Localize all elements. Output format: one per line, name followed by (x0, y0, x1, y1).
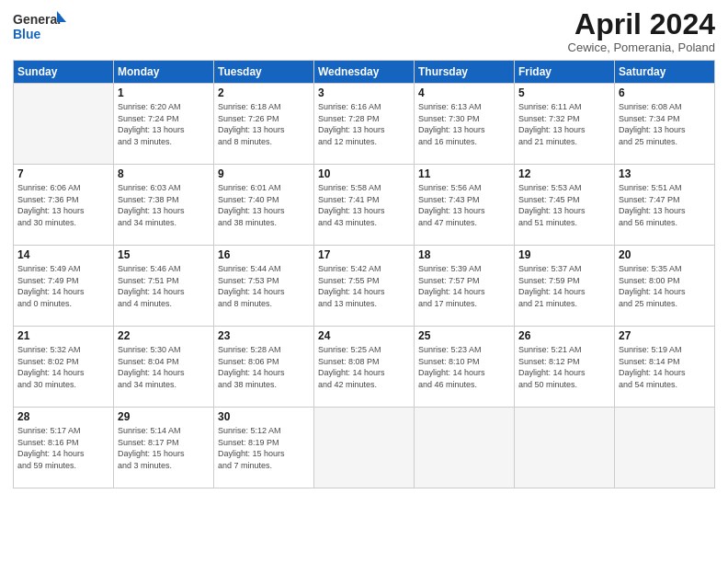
day-detail: Sunrise: 5:42 AM Sunset: 7:55 PM Dayligh… (318, 263, 410, 309)
col-header-tuesday: Tuesday (214, 61, 314, 84)
day-number: 1 (118, 86, 210, 99)
calendar-cell: 5Sunrise: 6:11 AM Sunset: 7:32 PM Daylig… (515, 84, 615, 165)
calendar-cell: 18Sunrise: 5:39 AM Sunset: 7:57 PM Dayli… (415, 246, 515, 327)
day-number: 4 (418, 86, 510, 99)
month-title: April 2024 (568, 9, 715, 39)
day-detail: Sunrise: 6:03 AM Sunset: 7:38 PM Dayligh… (118, 182, 210, 228)
day-detail: Sunrise: 5:21 AM Sunset: 8:12 PM Dayligh… (518, 344, 610, 390)
day-number: 9 (218, 167, 310, 180)
calendar-cell: 10Sunrise: 5:58 AM Sunset: 7:41 PM Dayli… (314, 165, 415, 246)
day-detail: Sunrise: 5:37 AM Sunset: 7:59 PM Dayligh… (518, 263, 610, 309)
calendar-cell: 26Sunrise: 5:21 AM Sunset: 8:12 PM Dayli… (515, 327, 615, 408)
day-detail: Sunrise: 5:19 AM Sunset: 8:14 PM Dayligh… (619, 344, 711, 390)
calendar-cell: 13Sunrise: 5:51 AM Sunset: 7:47 PM Dayli… (615, 165, 715, 246)
day-number: 29 (118, 410, 210, 423)
day-detail: Sunrise: 5:46 AM Sunset: 7:51 PM Dayligh… (118, 263, 210, 309)
day-detail: Sunrise: 6:13 AM Sunset: 7:30 PM Dayligh… (418, 101, 510, 147)
day-detail: Sunrise: 5:32 AM Sunset: 8:02 PM Dayligh… (17, 344, 109, 390)
day-detail: Sunrise: 5:44 AM Sunset: 7:53 PM Dayligh… (218, 263, 310, 309)
title-block: April 2024 Cewice, Pomerania, Poland (568, 9, 715, 54)
day-number: 12 (518, 167, 610, 180)
calendar-cell (314, 408, 415, 488)
calendar-cell: 14Sunrise: 5:49 AM Sunset: 7:49 PM Dayli… (14, 246, 114, 327)
calendar-cell: 2Sunrise: 6:18 AM Sunset: 7:26 PM Daylig… (214, 84, 314, 165)
calendar-cell: 23Sunrise: 5:28 AM Sunset: 8:06 PM Dayli… (214, 327, 314, 408)
day-number: 5 (518, 86, 610, 99)
day-detail: Sunrise: 6:20 AM Sunset: 7:24 PM Dayligh… (118, 101, 210, 147)
col-header-sunday: Sunday (14, 61, 114, 84)
calendar-cell: 6Sunrise: 6:08 AM Sunset: 7:34 PM Daylig… (615, 84, 715, 165)
svg-marker-2 (57, 11, 66, 22)
day-number: 22 (118, 329, 210, 342)
col-header-friday: Friday (515, 61, 615, 84)
day-number: 25 (418, 329, 510, 342)
calendar-cell: 22Sunrise: 5:30 AM Sunset: 8:04 PM Dayli… (114, 327, 214, 408)
calendar-cell: 3Sunrise: 6:16 AM Sunset: 7:28 PM Daylig… (314, 84, 415, 165)
week-row-2: 14Sunrise: 5:49 AM Sunset: 7:49 PM Dayli… (14, 246, 715, 327)
day-detail: Sunrise: 5:51 AM Sunset: 7:47 PM Dayligh… (619, 182, 711, 228)
calendar-cell: 17Sunrise: 5:42 AM Sunset: 7:55 PM Dayli… (314, 246, 415, 327)
day-detail: Sunrise: 5:58 AM Sunset: 7:41 PM Dayligh… (318, 182, 410, 228)
week-row-0: 1Sunrise: 6:20 AM Sunset: 7:24 PM Daylig… (14, 84, 715, 165)
calendar-cell (415, 408, 515, 488)
day-number: 8 (118, 167, 210, 180)
day-detail: Sunrise: 5:39 AM Sunset: 7:57 PM Dayligh… (418, 263, 510, 309)
day-detail: Sunrise: 6:01 AM Sunset: 7:40 PM Dayligh… (218, 182, 310, 228)
calendar-cell (14, 84, 114, 165)
day-number: 2 (218, 86, 310, 99)
svg-text:General: General (13, 12, 61, 27)
day-number: 21 (17, 329, 109, 342)
logo-svg: GeneralBlue (13, 9, 68, 42)
calendar-cell: 9Sunrise: 6:01 AM Sunset: 7:40 PM Daylig… (214, 165, 314, 246)
day-detail: Sunrise: 5:28 AM Sunset: 8:06 PM Dayligh… (218, 344, 310, 390)
calendar-cell: 30Sunrise: 5:12 AM Sunset: 8:19 PM Dayli… (214, 408, 314, 488)
day-detail: Sunrise: 6:18 AM Sunset: 7:26 PM Dayligh… (218, 101, 310, 147)
day-number: 24 (318, 329, 410, 342)
col-header-saturday: Saturday (615, 61, 715, 84)
calendar-cell: 21Sunrise: 5:32 AM Sunset: 8:02 PM Dayli… (14, 327, 114, 408)
col-header-thursday: Thursday (415, 61, 515, 84)
day-number: 30 (218, 410, 310, 423)
day-detail: Sunrise: 5:23 AM Sunset: 8:10 PM Dayligh… (418, 344, 510, 390)
header: GeneralBlue April 2024 Cewice, Pomerania… (13, 9, 715, 54)
day-number: 18 (418, 248, 510, 261)
page: GeneralBlue April 2024 Cewice, Pomerania… (0, 0, 728, 563)
calendar-cell: 16Sunrise: 5:44 AM Sunset: 7:53 PM Dayli… (214, 246, 314, 327)
calendar-cell: 1Sunrise: 6:20 AM Sunset: 7:24 PM Daylig… (114, 84, 214, 165)
location-subtitle: Cewice, Pomerania, Poland (568, 40, 715, 54)
day-number: 27 (619, 329, 711, 342)
calendar-cell: 7Sunrise: 6:06 AM Sunset: 7:36 PM Daylig… (14, 165, 114, 246)
day-detail: Sunrise: 5:56 AM Sunset: 7:43 PM Dayligh… (418, 182, 510, 228)
calendar-cell: 27Sunrise: 5:19 AM Sunset: 8:14 PM Dayli… (615, 327, 715, 408)
day-detail: Sunrise: 6:08 AM Sunset: 7:34 PM Dayligh… (619, 101, 711, 147)
day-number: 26 (518, 329, 610, 342)
day-detail: Sunrise: 5:49 AM Sunset: 7:49 PM Dayligh… (17, 263, 109, 309)
col-header-wednesday: Wednesday (314, 61, 415, 84)
calendar-cell: 29Sunrise: 5:14 AM Sunset: 8:17 PM Dayli… (114, 408, 214, 488)
day-detail: Sunrise: 6:06 AM Sunset: 7:36 PM Dayligh… (17, 182, 109, 228)
day-number: 6 (619, 86, 711, 99)
day-number: 11 (418, 167, 510, 180)
day-number: 28 (17, 410, 109, 423)
day-number: 15 (118, 248, 210, 261)
day-number: 3 (318, 86, 410, 99)
day-number: 16 (218, 248, 310, 261)
logo: GeneralBlue (13, 9, 68, 42)
day-number: 14 (17, 248, 109, 261)
day-detail: Sunrise: 6:16 AM Sunset: 7:28 PM Dayligh… (318, 101, 410, 147)
calendar-cell: 20Sunrise: 5:35 AM Sunset: 8:00 PM Dayli… (615, 246, 715, 327)
week-row-3: 21Sunrise: 5:32 AM Sunset: 8:02 PM Dayli… (14, 327, 715, 408)
day-detail: Sunrise: 5:35 AM Sunset: 8:00 PM Dayligh… (619, 263, 711, 309)
col-header-monday: Monday (114, 61, 214, 84)
day-number: 17 (318, 248, 410, 261)
day-number: 19 (518, 248, 610, 261)
week-row-4: 28Sunrise: 5:17 AM Sunset: 8:16 PM Dayli… (14, 408, 715, 488)
calendar-cell: 8Sunrise: 6:03 AM Sunset: 7:38 PM Daylig… (114, 165, 214, 246)
day-detail: Sunrise: 5:25 AM Sunset: 8:08 PM Dayligh… (318, 344, 410, 390)
day-number: 10 (318, 167, 410, 180)
header-row: SundayMondayTuesdayWednesdayThursdayFrid… (14, 61, 715, 84)
calendar-cell (515, 408, 615, 488)
calendar-cell: 19Sunrise: 5:37 AM Sunset: 7:59 PM Dayli… (515, 246, 615, 327)
day-number: 7 (17, 167, 109, 180)
calendar-table: SundayMondayTuesdayWednesdayThursdayFrid… (13, 60, 715, 488)
